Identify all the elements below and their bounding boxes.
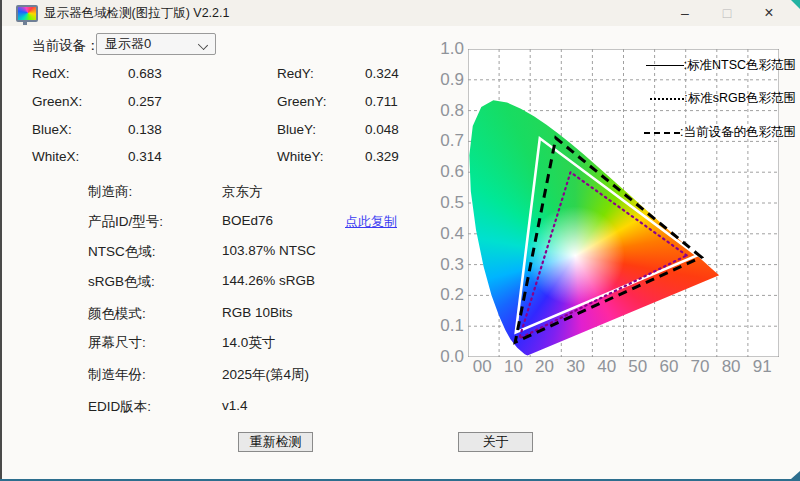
titlebar: 显示器色域检测(图拉丁版) V2.2.1 – □ × xyxy=(0,0,800,26)
minimize-icon: – xyxy=(681,5,689,21)
legend-item-dashed: :当前设备的色彩范围 xyxy=(644,124,796,141)
current-device-label: 当前设备： xyxy=(32,37,100,55)
close-button[interactable]: × xyxy=(754,0,784,26)
monitor-color-icon xyxy=(16,5,38,22)
coord-value: 0.324 xyxy=(365,66,399,81)
coord-label: BlueX: xyxy=(32,122,72,137)
coord-value: 0.314 xyxy=(128,149,162,164)
info-label: NTSC色域: xyxy=(88,243,156,261)
info-label: sRGB色域: xyxy=(88,273,155,291)
info-label: 制造商: xyxy=(88,183,132,201)
x-tick-label: 70 xyxy=(683,358,717,372)
copy-link[interactable]: 点此复制 xyxy=(345,213,397,231)
y-tick-label: 0.7 xyxy=(426,132,464,150)
y-tick-label: 1.0 xyxy=(426,40,464,58)
info-value: 103.87% NTSC xyxy=(222,243,316,258)
x-tick-label: 20 xyxy=(528,358,562,372)
window-left-border xyxy=(0,0,2,481)
info-label: 产品ID/型号: xyxy=(88,213,163,231)
x-tick-label: 30 xyxy=(559,358,593,372)
app-window: 显示器色域检测(图拉丁版) V2.2.1 – □ × 当前设备： 显示器0 Re… xyxy=(0,0,800,481)
coord-value: 0.329 xyxy=(365,149,399,164)
y-tick-label: 0.9 xyxy=(426,71,464,89)
legend-label: :标准sRGB色彩范围 xyxy=(684,90,796,107)
coord-value: 0.683 xyxy=(128,66,162,81)
gamut-device xyxy=(515,138,701,342)
redetect-button[interactable]: 重新检测 xyxy=(238,432,313,452)
coord-label: RedX: xyxy=(32,66,70,81)
minimize-button[interactable]: – xyxy=(670,0,700,26)
y-tick-label: 0.1 xyxy=(426,317,464,335)
x-tick-label: 10 xyxy=(496,358,530,372)
info-value: 京东方 xyxy=(222,183,263,201)
chevron-down-icon xyxy=(198,40,208,50)
legend-label: :标准NTSC色彩范围 xyxy=(684,57,797,74)
info-label: 颜色模式: xyxy=(88,305,146,323)
coord-label: WhiteY: xyxy=(277,149,324,164)
legend-line-solid xyxy=(646,65,684,66)
coord-value: 0.711 xyxy=(365,94,398,109)
info-value: 2025年(第4周) xyxy=(222,366,309,384)
window-title: 显示器色域检测(图拉丁版) V2.2.1 xyxy=(44,0,229,26)
x-tick-label: 60 xyxy=(652,358,686,372)
info-value: 144.26% sRGB xyxy=(222,273,315,288)
info-value: 14.0英寸 xyxy=(222,334,275,352)
coord-label: GreenY: xyxy=(277,94,327,109)
legend-item-solid: :标准NTSC色彩范围 xyxy=(646,57,797,74)
maximize-button[interactable]: □ xyxy=(712,0,742,26)
info-label: EDID版本: xyxy=(88,398,151,416)
y-tick-label: 0.5 xyxy=(426,194,464,212)
coord-label: BlueY: xyxy=(277,122,316,137)
device-select[interactable]: 显示器0 xyxy=(96,33,216,55)
close-icon: × xyxy=(764,4,773,21)
info-label: 屏幕尺寸: xyxy=(88,334,146,352)
coord-label: WhiteX: xyxy=(32,149,79,164)
x-tick-label: 40 xyxy=(590,358,624,372)
legend-line-dotted xyxy=(650,98,684,100)
x-tick-label: 91 xyxy=(745,358,779,372)
x-tick-label: 80 xyxy=(714,358,748,372)
maximize-icon: □ xyxy=(723,5,731,21)
coord-label: GreenX: xyxy=(32,94,82,109)
device-select-value: 显示器0 xyxy=(105,36,151,51)
gamut-NTSC xyxy=(516,138,697,332)
info-label: 制造年份: xyxy=(88,366,146,384)
legend-line-dashed xyxy=(644,132,680,134)
y-tick-label: 0.8 xyxy=(426,102,464,120)
info-value: BOEd76 xyxy=(222,213,273,228)
info-value: RGB 10Bits xyxy=(222,305,293,320)
x-tick-label: 00 xyxy=(465,358,499,372)
coord-value: 0.138 xyxy=(128,122,162,137)
y-tick-label: 0.0 xyxy=(426,348,464,366)
coord-value: 0.048 xyxy=(365,122,399,137)
info-value: v1.4 xyxy=(222,398,248,413)
resize-grip xyxy=(791,471,800,479)
about-button[interactable]: 关于 xyxy=(458,432,533,452)
legend-item-dotted: :标准sRGB色彩范围 xyxy=(650,90,796,107)
x-tick-label: 50 xyxy=(621,358,655,372)
y-tick-label: 0.6 xyxy=(426,163,464,181)
coord-label: RedY: xyxy=(277,66,314,81)
legend-label: :当前设备的色彩范围 xyxy=(680,124,796,141)
coord-value: 0.257 xyxy=(128,94,162,109)
y-tick-label: 0.3 xyxy=(426,256,464,274)
y-tick-label: 0.4 xyxy=(426,225,464,243)
y-tick-label: 0.2 xyxy=(426,286,464,304)
